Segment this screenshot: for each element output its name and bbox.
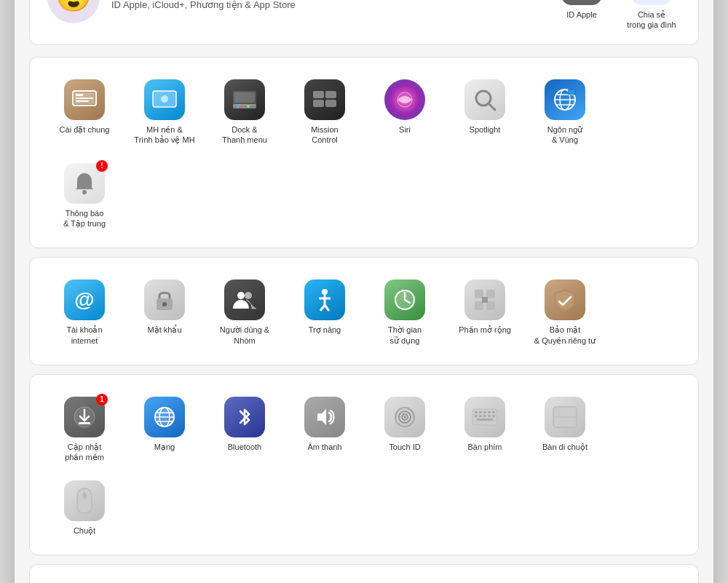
svg-rect-65	[488, 411, 491, 413]
siri-label: Siri	[399, 124, 411, 135]
security-item[interactable]: Bảo mật& Quyền riêng tư	[525, 269, 605, 353]
mouse-label: Chuột	[74, 526, 95, 536]
svg-rect-71	[492, 415, 495, 417]
touchid-label: Touch ID	[389, 442, 420, 452]
section-panel-1: Cài đặt chung MH nền &Trình bảo	[29, 57, 699, 248]
password-icon	[144, 279, 185, 320]
desktop-label: MH nền &Trình bảo vệ MH	[134, 124, 194, 146]
mission-icon	[304, 79, 345, 120]
sharing-item[interactable]: Chia sẻ	[365, 576, 445, 583]
bluetooth-item[interactable]: Bluetooth	[205, 386, 285, 470]
section-panel-4: Màn hình Máy in &Máy quét	[29, 564, 699, 583]
network-item[interactable]: Mạng	[124, 386, 205, 470]
desktop-item[interactable]: MH nền &Trình bảo vệ MH	[124, 69, 205, 153]
svg-rect-46	[486, 290, 495, 298]
svg-rect-68	[479, 415, 482, 417]
svg-rect-6	[76, 98, 93, 99]
mouse-icon	[64, 480, 105, 521]
icons-grid-3: 1 Cập nhậtphần mềm	[44, 386, 684, 543]
printers-item[interactable]: Máy in &Máy quét	[124, 576, 205, 583]
trackpad-icon	[545, 397, 585, 437]
svg-point-60	[404, 416, 406, 418]
update-label: Cập nhậtphần mềm	[65, 442, 104, 463]
notif-icon: !	[64, 163, 105, 204]
family-icon	[631, 0, 672, 5]
datetime-item[interactable]: 17 Ngày & Giờ	[285, 576, 365, 583]
access-item[interactable]: Trợ năng	[285, 269, 365, 353]
svg-rect-45	[475, 290, 483, 298]
desktop-icon	[144, 79, 185, 120]
siri-icon	[384, 79, 425, 120]
family-sharing-button[interactable]: Chia sẻtrong gia đình	[622, 0, 681, 30]
battery-item[interactable]: Pin	[205, 576, 285, 583]
touchid-item[interactable]: Touch ID	[365, 386, 445, 470]
extensions-icon	[464, 279, 505, 320]
keyboard-label: Bàn phím	[467, 442, 502, 452]
access-icon	[304, 279, 345, 320]
update-item[interactable]: 1 Cập nhậtphần mềm	[44, 386, 124, 470]
update-badge: 1	[96, 394, 108, 405]
svg-rect-62	[475, 411, 478, 413]
svg-rect-63	[479, 411, 482, 413]
users-item[interactable]: Người dùng &Nhóm	[205, 269, 285, 353]
spotlight-item[interactable]: Spotlight	[445, 69, 525, 153]
svg-rect-66	[492, 411, 495, 413]
spotlight-icon	[464, 79, 505, 120]
screentime-item[interactable]: Thời giansử dụng	[365, 269, 445, 353]
internet-label: Tài khoảninternet	[66, 325, 102, 346]
internet-item[interactable]: @ Tài khoảninternet	[44, 269, 124, 353]
dock-label: Dock &Thanh menu	[222, 124, 267, 146]
timemachine-item[interactable]: TimeMachine	[445, 576, 525, 583]
language-icon	[545, 79, 585, 120]
sound-label: Âm thanh	[307, 442, 341, 452]
password-label: Mật khẩu	[147, 325, 181, 335]
svg-rect-47	[475, 301, 483, 310]
apple-id-label: ID Apple	[566, 9, 597, 20]
keyboard-item[interactable]: Bàn phím	[445, 386, 525, 470]
dock-item[interactable]: Dock &Thanh menu	[205, 69, 285, 153]
mission-item[interactable]: MissionControl	[285, 69, 365, 153]
password-item[interactable]: Mật khẩu	[124, 269, 205, 353]
keyboard-icon	[464, 397, 505, 437]
svg-rect-18	[313, 91, 324, 98]
language-item[interactable]: Ngôn ngữ& Vùng	[525, 69, 605, 153]
network-label: Mạng	[154, 442, 175, 452]
siri-item[interactable]: Siri	[365, 69, 445, 153]
svg-point-17	[247, 105, 250, 108]
internet-icon: @	[64, 279, 105, 320]
screentime-label: Thời giansử dụng	[388, 325, 422, 346]
section-panel-3: 1 Cập nhậtphần mềm	[29, 374, 699, 555]
content-area: 😍 ID Apple, iCloud+, Phương tiện & App S…	[15, 0, 713, 583]
svg-rect-72	[477, 419, 493, 421]
general-label: Cài đặt chung	[60, 124, 110, 135]
icons-grid-4: Màn hình Máy in &Máy quét	[44, 576, 684, 583]
notif-item[interactable]: ! Thông báo& Tập trung	[44, 153, 124, 237]
svg-point-15	[237, 105, 240, 108]
screentime-icon	[384, 279, 425, 320]
svg-point-37	[322, 289, 328, 295]
svg-line-41	[325, 305, 329, 311]
svg-point-16	[242, 105, 245, 108]
avatar: 😍	[47, 0, 100, 23]
svg-rect-19	[325, 91, 336, 98]
update-icon: 1	[64, 397, 105, 437]
svg-rect-49	[482, 297, 488, 303]
dock-icon	[224, 79, 265, 120]
sound-icon	[304, 397, 345, 437]
access-label: Trợ năng	[309, 325, 341, 335]
section-panel-2: @ Tài khoảninternet Mật	[29, 257, 699, 365]
sound-item[interactable]: Âm thanh	[285, 386, 365, 470]
general-item[interactable]: Cài đặt chung	[44, 69, 124, 153]
icons-grid-1: Cài đặt chung MH nền &Trình bảo	[44, 69, 684, 236]
network-icon	[144, 397, 185, 437]
touchid-icon	[384, 397, 425, 437]
trackpad-item[interactable]: Bàn di chuột	[525, 386, 605, 470]
mouse-item[interactable]: Chuột	[44, 470, 124, 543]
family-label: Chia sẻtrong gia đình	[627, 9, 676, 31]
startup-item[interactable]: Ổ đĩaKhởi động	[525, 576, 605, 583]
display-item[interactable]: Màn hình	[44, 576, 124, 583]
apple-id-button[interactable]: ID Apple	[553, 0, 611, 20]
extensions-item[interactable]: Phần mở rộng	[445, 269, 525, 353]
notif-badge: !	[96, 160, 108, 172]
sections-grid: Cài đặt chung MH nền &Trình bảo	[29, 57, 699, 583]
